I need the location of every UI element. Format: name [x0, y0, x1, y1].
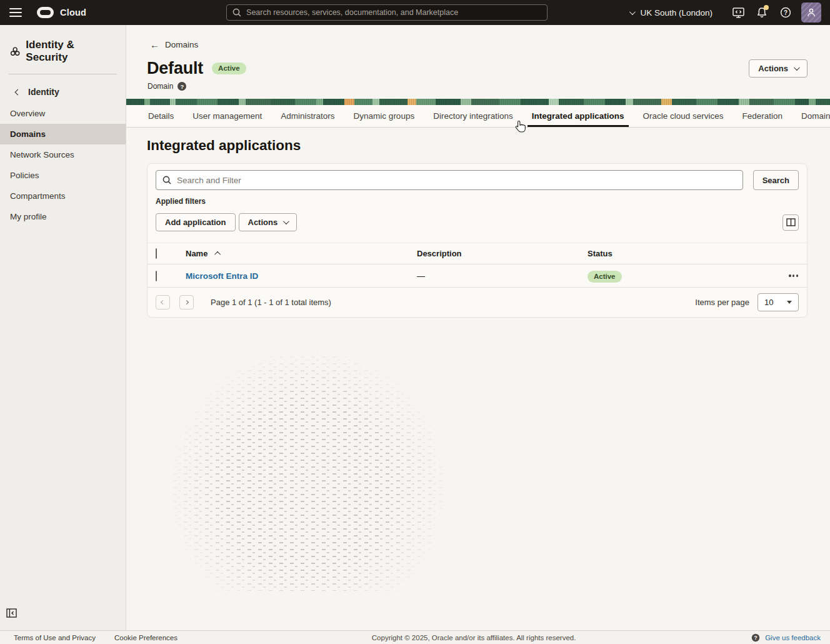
breadcrumb[interactable]: ← Domains: [126, 25, 198, 49]
person-icon: [806, 8, 816, 18]
sidebar-item-domains[interactable]: Domains: [0, 124, 126, 144]
column-header-status: Status: [588, 249, 779, 258]
columns-icon: [786, 218, 796, 226]
sidebar-back-identity[interactable]: Identity: [0, 74, 126, 103]
row-actions-menu-button[interactable]: [779, 274, 807, 276]
tab-integrated-applications[interactable]: Integrated applications: [522, 105, 634, 127]
table-row: Microsoft Entra ID — Active: [148, 264, 807, 288]
application-name-link[interactable]: Microsoft Entra ID: [186, 271, 258, 281]
chevron-down-icon: [794, 64, 800, 71]
next-page-button[interactable]: [179, 295, 194, 309]
chevron-down-icon: [283, 218, 289, 224]
items-per-page-label: Items per page: [695, 298, 749, 307]
sidebar-nav: Overview Domains Network Sources Policie…: [0, 103, 126, 227]
domain-tab-bar: Details User management Administrators D…: [126, 105, 830, 128]
oracle-cloud-logo[interactable]: Cloud: [37, 7, 86, 18]
pagination-bar: Page 1 of 1 (1 - 1 of 1 total items) Ite…: [148, 288, 807, 317]
terms-link[interactable]: Terms of Use and Privacy: [14, 634, 96, 641]
give-feedback-link[interactable]: Give us feedback: [765, 634, 821, 641]
region-selector[interactable]: UK South (London): [629, 8, 712, 18]
search-icon: [162, 176, 171, 184]
tab-administrators[interactable]: Administrators: [271, 105, 344, 127]
notifications-button[interactable]: [750, 1, 774, 24]
chevron-left-icon: [15, 89, 21, 95]
collapse-panel-icon: [6, 608, 17, 618]
breadcrumb-domains-link: Domains: [165, 40, 198, 49]
page-footer: Terms of Use and Privacy Cookie Preferen…: [0, 630, 830, 644]
tab-domain-policies[interactable]: Domain policies: [792, 105, 830, 127]
help-icon: ?: [780, 7, 791, 18]
column-settings-button[interactable]: [782, 214, 799, 231]
domain-status-badge: Active: [212, 63, 246, 74]
top-header-bar: Cloud UK South (London) ?: [0, 0, 830, 25]
caret-down-icon: [787, 301, 792, 304]
tab-oracle-cloud-services[interactable]: Oracle cloud services: [634, 105, 733, 127]
hamburger-menu-icon[interactable]: [9, 8, 22, 17]
tab-user-management[interactable]: User management: [183, 105, 271, 127]
application-description: —: [417, 271, 588, 281]
filter-search-box[interactable]: [156, 170, 743, 190]
sidebar-item-compartments[interactable]: Compartments: [0, 186, 126, 206]
sidebar-item-policies[interactable]: Policies: [0, 165, 126, 186]
back-arrow-icon: ←: [150, 40, 159, 49]
background-watermark: [170, 347, 470, 591]
table-actions-button[interactable]: Actions: [239, 213, 298, 231]
brand-label: Cloud: [60, 8, 86, 18]
previous-page-button[interactable]: [156, 295, 170, 309]
svg-text:?: ?: [784, 9, 788, 16]
chevron-left-icon: [161, 300, 165, 304]
copyright-text: Copyright © 2025, Oracle and/or its affi…: [196, 634, 751, 641]
domain-help-icon[interactable]: ?: [178, 82, 186, 91]
pagination-text: Page 1 of 1 (1 - 1 of 1 total items): [211, 298, 331, 307]
sort-ascending-icon: [215, 251, 221, 258]
tab-directory-integrations[interactable]: Directory integrations: [424, 105, 522, 127]
tab-dynamic-groups[interactable]: Dynamic groups: [344, 105, 424, 127]
sidebar-item-my-profile[interactable]: My profile: [0, 206, 126, 227]
chevron-right-icon: [184, 300, 189, 304]
applications-panel: Search Applied filters Add application A…: [147, 163, 808, 318]
left-sidebar: Identity & Security Identity Overview Do…: [0, 25, 126, 630]
tab-federation[interactable]: Federation: [733, 105, 792, 127]
column-header-description: Description: [417, 249, 588, 258]
oracle-o-logo-icon: [37, 7, 54, 18]
filter-search-input[interactable]: [177, 176, 736, 185]
svg-text:?: ?: [754, 635, 758, 641]
table-header-row: Name Description Status: [148, 243, 807, 264]
add-application-button[interactable]: Add application: [156, 213, 236, 231]
notification-badge: [764, 5, 769, 10]
cookie-preferences-link[interactable]: Cookie Preferences: [114, 634, 178, 641]
main-content: ← Domains Default Active Actions Domain …: [126, 25, 830, 630]
region-label: UK South (London): [640, 8, 712, 18]
search-icon: [232, 8, 241, 17]
global-search-bar[interactable]: [226, 4, 548, 21]
sidebar-title: Identity & Security: [0, 25, 126, 74]
cloud-shell-button[interactable]: [726, 1, 750, 24]
feedback-help-icon: ?: [751, 633, 760, 642]
chevron-down-icon: [629, 9, 636, 15]
sidebar-item-overview[interactable]: Overview: [0, 103, 126, 124]
profile-avatar[interactable]: [801, 3, 821, 23]
row-checkbox[interactable]: [156, 271, 157, 281]
items-per-page-select[interactable]: 10: [758, 293, 799, 311]
applied-filters-label: Applied filters: [156, 197, 807, 206]
decorative-banner: [126, 99, 830, 105]
sidebar-item-network-sources[interactable]: Network Sources: [0, 144, 126, 165]
search-button[interactable]: Search: [753, 170, 799, 190]
help-button[interactable]: ?: [774, 1, 798, 24]
column-header-name[interactable]: Name: [186, 249, 417, 258]
application-status-badge: Active: [588, 271, 622, 283]
global-search-input[interactable]: [246, 8, 541, 17]
content-heading: Integrated applications: [147, 138, 808, 154]
page-title: Default: [147, 59, 203, 78]
sidebar-collapse-button[interactable]: [6, 608, 17, 618]
select-all-checkbox[interactable]: [156, 248, 157, 259]
applications-table: Name Description Status Microsoft Entra …: [148, 243, 807, 288]
resource-type-label: Domain: [148, 82, 173, 91]
identity-security-icon: [10, 46, 20, 57]
tab-details[interactable]: Details: [139, 105, 183, 127]
cloud-shell-icon: [732, 8, 744, 18]
page-actions-button[interactable]: Actions: [749, 59, 808, 78]
